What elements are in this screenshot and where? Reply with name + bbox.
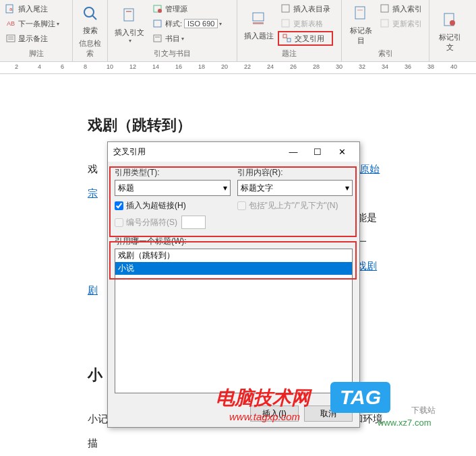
svg-rect-17 (282, 5, 289, 12)
minimize-button[interactable]: — (281, 147, 305, 157)
update-index-button: 更新索引 (377, 16, 425, 31)
tof-icon (280, 3, 291, 14)
bibliography-button[interactable]: 书目▾ (150, 31, 225, 46)
update-icon (280, 18, 291, 29)
svg-point-27 (450, 20, 455, 26)
mark-citation-icon (439, 9, 460, 31)
close-button[interactable]: ✕ (330, 147, 354, 157)
above-below-checkbox-input (237, 201, 246, 210)
ruler-mark: 6 (61, 63, 64, 70)
ref-type-value: 标题 (118, 183, 134, 194)
search-button[interactable]: 搜索 (76, 1, 105, 37)
tag-text: TAG (330, 382, 390, 413)
svg-rect-19 (283, 34, 287, 38)
ribbon-group-research: 搜索 信息检索 (73, 0, 108, 61)
chevron-down-icon: ▾ (181, 36, 184, 42)
ruler-mark: 30 (336, 63, 343, 70)
separator-checkbox-input (115, 218, 123, 227)
ruler-mark: 32 (359, 63, 365, 70)
list-item[interactable]: 戏剧（跳转到） (115, 249, 352, 262)
ribbon-group-caption: 插入题注 插入表目录 更新表格 交叉引用 题注 (237, 0, 342, 61)
insert-endnote-label: 插入尾注 (18, 4, 48, 14)
ref-content-label: 引用内容(R): (237, 167, 353, 178)
next-footnote-button[interactable]: AB 下一条脚注▾ (3, 16, 62, 31)
svg-rect-24 (381, 5, 388, 12)
above-below-checkbox-label: 包括"见上方"/"见下方"(N) (249, 200, 338, 211)
link-drama[interactable]: 剧 (88, 284, 98, 296)
ruler-mark: 10 (107, 63, 113, 70)
ruler-mark: 24 (267, 63, 274, 70)
heading-1: 戏剧（跳转到） (88, 108, 384, 143)
mark-citation-label: 标记引文 (436, 32, 463, 53)
svg-line-7 (92, 15, 96, 20)
show-notes-icon (5, 33, 16, 44)
hyperlink-checkbox-input[interactable] (115, 201, 123, 210)
chevron-down-icon: ▾ (219, 21, 222, 27)
svg-rect-8 (124, 9, 133, 21)
insert-citation-label: 插入引文 (115, 28, 144, 38)
style-dropdown[interactable]: 样式: ISO 690▾ (150, 16, 225, 31)
ruler-mark: 8 (84, 63, 87, 70)
update-table-button: 更新表格 (278, 16, 333, 31)
watermark-title: 电脑技术网 (216, 385, 310, 411)
ruler-mark: 38 (427, 63, 434, 70)
svg-rect-9 (126, 11, 131, 12)
bibliography-icon (152, 33, 163, 44)
manage-sources-icon (152, 3, 163, 14)
p2-a: 小记 (88, 413, 108, 424)
svg-rect-18 (282, 20, 289, 27)
research-group-label: 信息检索 (76, 37, 105, 60)
svg-rect-22 (355, 7, 365, 19)
search-icon (80, 3, 101, 24)
citation-group-label: 引文与书目 (111, 47, 234, 60)
style-value: ISO 690 (184, 19, 218, 28)
next-footnote-label: 下一条脚注 (18, 19, 55, 29)
ruler-mark: 12 (129, 63, 136, 70)
ruler-mark: 4 (38, 63, 41, 70)
caption-icon (248, 8, 270, 30)
list-item[interactable]: 小说 (115, 262, 352, 275)
separator-input (181, 216, 206, 229)
show-notes-label: 显示备注 (18, 34, 48, 44)
svg-point-11 (158, 9, 162, 13)
ruler[interactable]: 246810121416182022242628303234363840 (0, 62, 476, 74)
insert-endnote-button[interactable]: a 插入尾注 (3, 1, 62, 16)
cross-ref-icon (282, 33, 293, 44)
insert-citation-button[interactable]: 插入引文▾ (111, 1, 148, 47)
svg-point-6 (84, 7, 94, 17)
style-label: 样式: (165, 19, 182, 29)
ribbon: a 插入尾注 AB 下一条脚注▾ 显示备注 脚注 搜索 信息检索 (0, 0, 476, 62)
svg-text:a: a (9, 6, 13, 12)
mark-entry-button[interactable]: 标记条目 (345, 1, 377, 47)
hyperlink-checkbox[interactable]: 插入为超链接(H) (115, 200, 231, 211)
ribbon-group-toa: 标记引文 (429, 0, 470, 61)
insert-caption-button[interactable]: 插入题注 (240, 1, 278, 47)
bibliography-label: 书目 (165, 34, 180, 44)
insert-index-button[interactable]: 插入索引 (377, 1, 425, 16)
manage-sources-button[interactable]: 管理源 (150, 1, 225, 16)
footnote-group-label: 脚注 (3, 47, 69, 60)
which-heading-label: 引用哪一个标题(W): (115, 236, 187, 246)
ref-type-select[interactable]: 标题 ▾ (115, 180, 231, 196)
ref-content-select[interactable]: 标题文字 ▾ (237, 180, 353, 196)
cross-reference-button[interactable]: 交叉引用 (278, 31, 333, 46)
caption-group-label: 题注 (240, 47, 338, 60)
show-notes-button[interactable]: 显示备注 (3, 31, 62, 46)
dialog-title: 交叉引用 (113, 146, 281, 158)
ruler-mark: 16 (175, 63, 182, 70)
index-group-label: 索引 (345, 47, 426, 60)
dialog-titlebar[interactable]: 交叉引用 — ☐ ✕ (108, 142, 359, 162)
ruler-mark: 2 (15, 63, 18, 70)
chevron-down-icon: ▾ (57, 21, 59, 27)
cross-reference-label: 交叉引用 (295, 34, 324, 44)
heading-list[interactable]: 戏剧（跳转到） 小说 (115, 249, 353, 393)
chevron-down-icon: ▾ (129, 38, 131, 44)
insert-tof-button[interactable]: 插入表目录 (278, 1, 333, 16)
mark-citation-button[interactable]: 标记引文 (432, 1, 467, 60)
endnote-icon: a (5, 3, 16, 14)
svg-rect-25 (381, 20, 388, 27)
svg-text:AB: AB (7, 20, 15, 27)
above-below-checkbox: 包括"见上方"/"见下方"(N) (237, 200, 353, 211)
maximize-button[interactable]: ☐ (305, 147, 330, 157)
update-index-label: 更新索引 (392, 19, 422, 29)
